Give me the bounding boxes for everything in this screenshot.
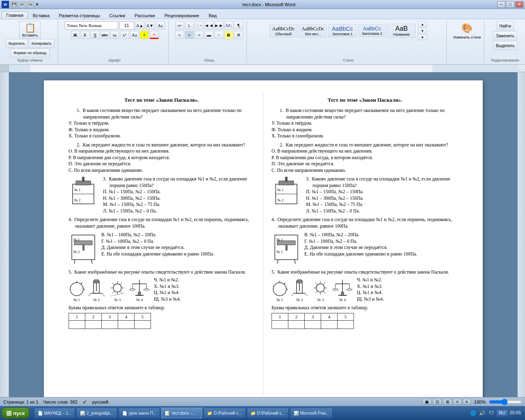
border-btn[interactable]: ⊞ [234,31,243,39]
line-spacing-btn[interactable]: ↕ [215,31,224,39]
print-layout-btn[interactable]: ▣ [422,399,431,405]
web-layout-btn[interactable]: ⊞ [443,399,452,405]
cut-button[interactable]: Вырезать [6,39,28,48]
style-no-spacing[interactable]: AaBbCcDc Без инт... [299,25,327,37]
draft-btn[interactable]: ≡ [463,399,471,405]
q2-text-r: 2. Как передают жидкости и газы то внешн… [280,142,458,148]
style-heading2[interactable]: AaBbCc Заголовок 2 [358,25,386,37]
style-normal[interactable]: AaBbCcDc Обычный [269,25,297,37]
align-center-btn[interactable]: ≡ [185,31,194,39]
align-right-btn[interactable]: ≡ [195,31,204,39]
svg-line-13 [74,260,75,264]
shading-btn[interactable]: ▩ [224,31,233,39]
copy-button[interactable]: Копировать [29,39,54,48]
align-left-btn[interactable]: ≡ [175,31,184,39]
bullets-btn[interactable]: ≡• [175,21,184,30]
start-button[interactable]: ⊞ пуск [2,407,30,419]
td-2[interactable] [85,320,102,329]
decrease-indent-btn[interactable]: ◄◄ [205,21,214,30]
strikethrough-btn[interactable]: abc [100,31,110,39]
svg-line-24 [102,293,105,296]
document-area[interactable]: Тест по теме «Закон Паскаля». 1. В каком… [9,72,518,397]
q2-a2: Р. В направлении дна сосуда, в котором н… [68,155,255,161]
multilevel-btn[interactable]: ⋮= [195,21,204,30]
td-r-5[interactable] [338,320,354,329]
format-copy-button[interactable]: Формат по образцу [11,48,50,57]
td-r-4[interactable] [321,320,338,329]
tab-view[interactable]: Вид [204,12,221,19]
tab-mailings[interactable]: Рассылки [130,12,159,19]
highlight-btn[interactable]: A [140,31,149,39]
justify-btn[interactable]: ▬ [205,31,214,39]
tab-home[interactable]: Главная [2,11,28,19]
taskbar-item-0[interactable]: 📄 МАУНЕД – 1... [34,408,75,418]
taskbar-item-1[interactable]: 📊 2_polugodija... [76,408,117,418]
increase-indent-btn[interactable]: ►► [215,21,224,30]
italic-btn[interactable]: К [81,31,90,39]
numbering-btn[interactable]: 1. [185,21,194,30]
replace-btn[interactable]: Заменить [493,31,517,40]
taskbar-item-4[interactable]: 📁 D:\Рабочий с... [203,408,245,418]
font-color-btn[interactable]: A [150,31,159,39]
minimize-btn[interactable]: ─ [497,1,505,8]
style-heading1[interactable]: AaBbCc Заголовок 1 [329,24,356,37]
quick-undo-btn[interactable]: ↩ [19,1,25,8]
status-bar: Страница: 1 из 1 Число слов: 382 ✓ русск… [0,397,525,406]
taskbar-item-2[interactable]: 📄 урок закон П... [119,408,160,418]
full-screen-btn[interactable]: ⊡ [433,399,442,405]
zoom-slider[interactable] [489,399,522,405]
language-button[interactable]: RU [497,410,508,416]
find-btn[interactable]: Найти [496,21,514,30]
quick-access-arrow[interactable]: ▼ [35,2,40,7]
td-3[interactable] [102,320,118,329]
font-name-input[interactable] [65,21,118,30]
td-1[interactable] [69,320,85,329]
font-grow-btn[interactable]: A▲ [135,21,144,30]
superscript-btn[interactable]: x² [120,31,129,39]
style-title[interactable]: AaB Название [388,24,415,38]
quick-redo-btn[interactable]: ↪ [27,1,34,8]
svg-point-56 [273,283,286,296]
paste-icon: 📋 [25,23,36,33]
close-btn[interactable]: ✕ [515,1,523,8]
ruler-scale [10,65,518,72]
taskbar-item-3[interactable]: 📝 тест.docx –... [161,408,202,418]
show-marks-btn[interactable]: ¶ [234,21,243,30]
select-btn[interactable]: Выделить [493,41,518,50]
paste-button[interactable]: 📋 Вставить [19,21,41,39]
q3-figure: № 1 № 2 [68,176,98,207]
quick-save-btn[interactable]: 💾 [11,1,17,8]
tab-insert[interactable]: Вставка [28,12,54,19]
td-r-3[interactable] [305,320,321,329]
clear-format-btn[interactable]: Aa [156,21,165,30]
change-styles-icon[interactable]: 🎨 [461,23,472,34]
sort-btn[interactable]: AZ↓ [224,21,233,30]
tab-review[interactable]: Рецензирование [160,12,204,19]
vertical-ruler [0,72,9,397]
td-r-2[interactable] [288,320,305,329]
maximize-btn[interactable]: □ [506,1,514,8]
font-size-input[interactable] [119,21,134,30]
svg-text:№ 2: № 2 [73,250,80,254]
styles-more-btn[interactable]: ▼ [418,34,427,40]
underline-btn[interactable]: Ч [91,31,100,39]
styles-down-btn[interactable]: ▼ [418,28,427,34]
table-label-right: Буквы правильных ответов запишите в табл… [272,305,458,311]
td-5[interactable] [135,320,151,329]
taskbar-item-1-icon: 📊 [80,411,85,415]
taskbar-item-6[interactable]: 📊 Microsoft Pow... [290,408,333,418]
case-btn[interactable]: Aa [130,31,139,39]
font-shrink-btn[interactable]: A▼ [146,21,155,30]
change-styles-btn[interactable]: Изменить стили [453,35,481,39]
tab-references[interactable]: Ссылки [105,12,130,19]
td-r-1[interactable] [272,320,288,329]
outline-btn[interactable]: ≡ [453,399,461,405]
bold-btn[interactable]: Ж [71,31,80,39]
system-time: 20:55 [509,410,521,415]
q5-a1: Ч. №1 и №2. [154,277,181,283]
td-4[interactable] [118,320,135,329]
subscript-btn[interactable]: x₂ [110,31,119,39]
taskbar-item-5[interactable]: 📁 D:\Рабочий с... [247,408,289,418]
tab-page-layout[interactable]: Разметка страницы [55,12,105,19]
styles-up-btn[interactable]: ▲ [418,21,427,27]
